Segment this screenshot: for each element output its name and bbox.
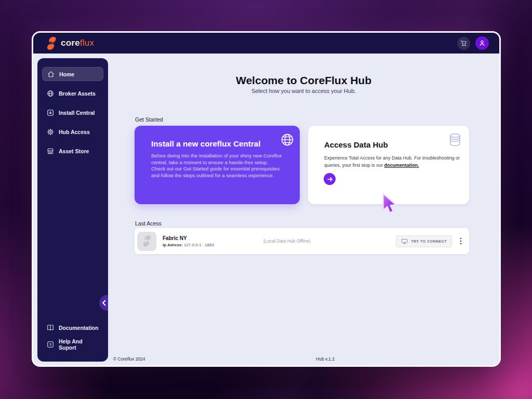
sidebar-item-label: Help And Suport xyxy=(59,338,99,351)
hub-info: Fabric NY Ip Adress: 127.0.0.1 : 1883 xyxy=(163,235,214,247)
install-central-card[interactable]: Install a new coreflux Central Before di… xyxy=(135,126,300,204)
try-to-connect-button[interactable]: TRY TO CONNECT xyxy=(396,235,452,247)
svg-text:?: ? xyxy=(49,342,52,347)
sidebar-collapse-button[interactable] xyxy=(99,295,108,311)
footer-version: Hub v.1.2 xyxy=(316,356,335,362)
home-icon xyxy=(47,71,55,78)
topbar: coreflux xyxy=(33,33,499,54)
sidebar-item-hub-access[interactable]: Hub Access xyxy=(42,125,103,139)
documentation-link[interactable]: documentation. xyxy=(384,163,419,168)
monitor-icon xyxy=(401,238,408,244)
gear-icon xyxy=(47,128,54,136)
last-access-label: Last Acess xyxy=(135,220,162,227)
user-icon xyxy=(478,39,486,47)
sidebar: Home Broker Assets Install Central xyxy=(37,58,108,362)
logo-text-flux: flux xyxy=(80,38,94,48)
topbar-actions xyxy=(457,36,489,50)
sidebar-nav: Home Broker Assets Install Central xyxy=(37,58,108,158)
page-title: Welcome to CoreFlux Hub xyxy=(108,74,499,87)
sidebar-item-asset-store[interactable]: Asset Store xyxy=(42,144,103,158)
access-data-hub-card[interactable]: Access Data Hub Experience Total Access … xyxy=(308,126,469,204)
sidebar-item-label: Install Central xyxy=(59,110,95,116)
page-subtitle: Select how you want to access your Hub. xyxy=(108,88,499,94)
sidebar-item-broker-assets[interactable]: Broker Assets xyxy=(42,86,103,100)
hub-status: (Local Data Hub Offline) xyxy=(263,238,311,244)
footer-copyright: © Coreflux 2024 xyxy=(113,356,145,362)
connect-button-label: TRY TO CONNECT xyxy=(411,240,447,243)
globe-icon xyxy=(47,90,54,97)
shopping-cart-icon xyxy=(460,40,467,47)
store-icon xyxy=(47,148,54,155)
logo-text-core: core xyxy=(61,38,80,48)
last-access-row[interactable]: Fabric NY Ip Adress: 127.0.0.1 : 1883 (L… xyxy=(135,228,469,254)
ip-label: Ip Adress: xyxy=(163,243,183,247)
window-body: Home Broker Assets Install Central xyxy=(33,54,499,365)
user-profile-button[interactable] xyxy=(475,36,489,50)
install-card-title: Install a new coreflux Central xyxy=(151,139,261,148)
arrow-right-icon xyxy=(327,176,333,182)
access-card-body: Experience Total Access for any Data Hub… xyxy=(324,155,468,169)
coreflux-logo-icon xyxy=(46,36,58,50)
install-download-icon xyxy=(47,109,54,116)
hub-name: Fabric NY xyxy=(163,235,214,241)
sidebar-item-label: Home xyxy=(59,71,74,77)
app-window: coreflux xyxy=(32,31,501,367)
ip-value: 127.0.0.1 : 1883 xyxy=(184,243,214,247)
coreflux-logo-icon-gray xyxy=(142,235,152,247)
get-started-cards: Install a new coreflux Central Before di… xyxy=(135,126,469,204)
access-card-title: Access Data Hub xyxy=(324,140,388,149)
install-card-body: Before diving into the installation of y… xyxy=(151,153,283,179)
hub-thumbnail xyxy=(137,232,156,251)
sidebar-item-install-central[interactable]: Install Central xyxy=(42,105,103,119)
book-icon xyxy=(47,324,54,331)
sidebar-item-label: Broker Assets xyxy=(59,90,96,97)
chevron-left-icon xyxy=(102,300,106,306)
access-hub-arrow-button[interactable] xyxy=(324,173,336,185)
get-started-label: Get Started xyxy=(135,116,163,123)
help-icon: ? xyxy=(47,341,54,348)
kebab-menu-icon xyxy=(460,237,462,245)
row-menu-button[interactable] xyxy=(457,237,464,245)
sidebar-item-label: Documentation xyxy=(59,325,98,331)
hub-ip-address: Ip Adress: 127.0.0.1 : 1883 xyxy=(163,243,214,247)
desktop-background: coreflux xyxy=(0,0,532,399)
database-icon xyxy=(448,133,462,147)
sidebar-item-documentation[interactable]: Documentation xyxy=(42,321,103,335)
sidebar-bottom-nav: Documentation ? Help And Suport xyxy=(42,321,103,354)
cart-button[interactable] xyxy=(457,37,470,50)
sidebar-item-label: Hub Access xyxy=(59,129,90,135)
sidebar-item-help-and-support[interactable]: ? Help And Suport xyxy=(42,337,103,351)
coreflux-logo: coreflux xyxy=(46,36,94,50)
sidebar-item-home[interactable]: Home xyxy=(42,67,103,81)
globe-icon xyxy=(281,133,294,147)
sidebar-item-label: Asset Store xyxy=(59,148,89,154)
